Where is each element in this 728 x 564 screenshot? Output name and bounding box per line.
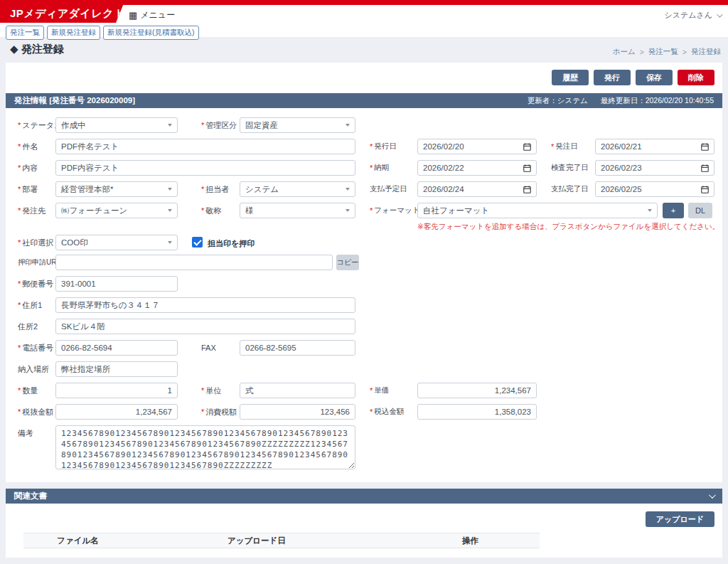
related-docs-table-header: ファイル名 アップロード日 操作 (23, 533, 540, 548)
calendar-icon[interactable] (523, 186, 531, 193)
unit-input[interactable] (240, 383, 355, 398)
subject-input[interactable] (55, 139, 355, 154)
caret-down-icon (168, 241, 172, 244)
issue-date-label: * 発行日 (370, 139, 397, 154)
page-title: ◆ 発注登録 (10, 43, 64, 56)
company-seal-select[interactable]: COO印 (55, 235, 178, 250)
delivery-date-label: * 納期 (370, 160, 389, 176)
delete-button[interactable]: 削除 (678, 70, 714, 85)
content-input[interactable] (55, 160, 355, 176)
caret-down-icon (168, 188, 172, 191)
history-button[interactable]: 履歴 (552, 70, 589, 85)
required-marker: * (18, 121, 21, 129)
staff-seal-checkbox-label: 担当印を押印 (208, 238, 255, 249)
person-in-charge-select[interactable]: システム (240, 181, 355, 197)
issue-date-input[interactable]: 2026/02/20 (417, 139, 537, 154)
address2-input[interactable] (55, 319, 355, 334)
kanri-kubun-select[interactable]: 固定資産 (240, 117, 355, 133)
status-select[interactable]: 作成中 (55, 117, 178, 133)
unit-label: * 単位 (201, 383, 221, 398)
menu-button[interactable]: ▦ メニュー (129, 9, 175, 21)
staff-seal-checkbox[interactable] (192, 237, 203, 248)
delivery-place-label: 納入場所 (18, 361, 49, 377)
delivery-date-input[interactable]: 2026/02/22 (417, 160, 537, 176)
seal-request-url-label: 押印申請URL (18, 255, 60, 270)
brand-logo[interactable]: JPメディアダイレクト (0, 0, 125, 23)
consumption-tax-label: * 消費税額 (201, 404, 237, 420)
seal-request-url-input[interactable] (55, 255, 333, 270)
column-upload-date: アップロード日 (228, 536, 462, 546)
copy-button[interactable]: コピー (336, 255, 359, 270)
kanri-kubun-label: * 管理区分 (201, 117, 237, 133)
calendar-icon[interactable] (701, 143, 709, 151)
calendar-icon[interactable] (701, 164, 709, 172)
column-operation: 操作 (462, 536, 478, 546)
remarks-label: 備考 (18, 425, 33, 441)
honorific-label: * 敬称 (201, 203, 221, 218)
related-docs-body (6, 504, 722, 558)
nav-tab-new-order[interactable]: 新規発注登録 (47, 26, 100, 40)
unit-price-label: * 単価 (370, 383, 389, 398)
fax-input[interactable] (240, 340, 355, 356)
nav-tab-new-order-import[interactable]: 新規発注登録(見積書取込) (103, 26, 199, 40)
address2-label: 住所2 (18, 319, 38, 334)
inspection-complete-date-label: 検査完了日 (551, 160, 589, 176)
payment-complete-date-input[interactable]: 2026/02/25 (595, 181, 714, 197)
postal-code-input[interactable] (55, 276, 178, 292)
order-info-section-header: 発注情報 [発注番号 2026020009] 更新者：システム 最終更新日：20… (6, 93, 722, 108)
amount-excl-tax-label: * 税抜金額 (18, 404, 53, 420)
supplier-label: * 発注先 (18, 203, 46, 218)
caret-down-icon (346, 124, 350, 127)
address1-input[interactable] (55, 297, 355, 313)
subject-label: * 件名 (18, 139, 38, 154)
phone-label: * 電話番号 (18, 340, 53, 356)
updater-label: 更新者：システム (528, 96, 588, 106)
company-seal-label: * 社印選択 (18, 235, 53, 250)
quantity-input[interactable] (55, 383, 178, 398)
nav-tab-order-list[interactable]: 発注一覧 (6, 26, 44, 40)
breadcrumb-order-list[interactable]: 発注一覧 (648, 47, 678, 57)
supplier-select[interactable]: ㈱フォーチューン (55, 203, 178, 218)
format-note: ※客先フォーマットを追加する場合は、プラスボタンからファイルを選択してください。 (417, 222, 719, 232)
order-info-meta: 更新者：システム 最終更新日：2026/02/20 10:40:55 (528, 96, 714, 106)
remarks-textarea[interactable] (55, 425, 355, 469)
calendar-icon[interactable] (523, 164, 531, 172)
quantity-label: * 数量 (18, 383, 38, 398)
fax-label: FAX (201, 340, 216, 356)
user-name: システムさん (664, 10, 712, 21)
save-button[interactable]: 保存 (636, 70, 673, 85)
amount-incl-tax-input[interactable] (417, 404, 537, 420)
breadcrumb-home[interactable]: ホーム (613, 47, 636, 57)
payment-due-date-input[interactable]: 2026/02/24 (417, 181, 537, 197)
content-label: * 内容 (18, 160, 38, 176)
unit-price-input[interactable] (417, 383, 537, 398)
department-select[interactable]: 経営管理本部* (55, 181, 178, 197)
calendar-icon[interactable] (701, 186, 709, 193)
last-updated-label: 最終更新日：2026/02/20 10:40:55 (601, 96, 714, 106)
user-menu[interactable]: システムさん (664, 10, 721, 21)
caret-down-icon (648, 209, 652, 212)
breadcrumb-separator: > (682, 48, 687, 56)
related-docs-title: 関連文書 (14, 491, 47, 501)
format-select[interactable]: 自社フォーマット (417, 203, 658, 218)
delivery-place-input[interactable] (55, 361, 178, 377)
calendar-icon[interactable] (523, 143, 531, 151)
caret-down-icon (346, 188, 350, 191)
address1-label: * 住所1 (18, 297, 42, 313)
amount-excl-tax-input[interactable] (55, 404, 178, 420)
grid-menu-icon: ▦ (129, 11, 137, 20)
action-toolbar: 履歴 発行 保存 削除 (552, 70, 714, 85)
chevron-down-icon[interactable] (709, 491, 716, 499)
order-date-input[interactable]: 2026/02/21 (595, 139, 714, 154)
phone-input[interactable] (55, 340, 178, 356)
honorific-select[interactable]: 様 (240, 203, 355, 218)
related-docs-section-header[interactable]: 関連文書 (6, 489, 722, 504)
inspection-complete-date-input[interactable]: 2026/02/23 (595, 160, 714, 176)
publish-button[interactable]: 発行 (594, 70, 631, 85)
consumption-tax-input[interactable] (240, 404, 355, 420)
payment-complete-date-label: 支払完了日 (551, 181, 589, 197)
upload-button[interactable]: アップロード (646, 511, 714, 527)
format-download-button[interactable]: DL (688, 203, 712, 218)
format-add-button[interactable]: + (663, 203, 684, 218)
caret-down-icon (346, 209, 350, 212)
